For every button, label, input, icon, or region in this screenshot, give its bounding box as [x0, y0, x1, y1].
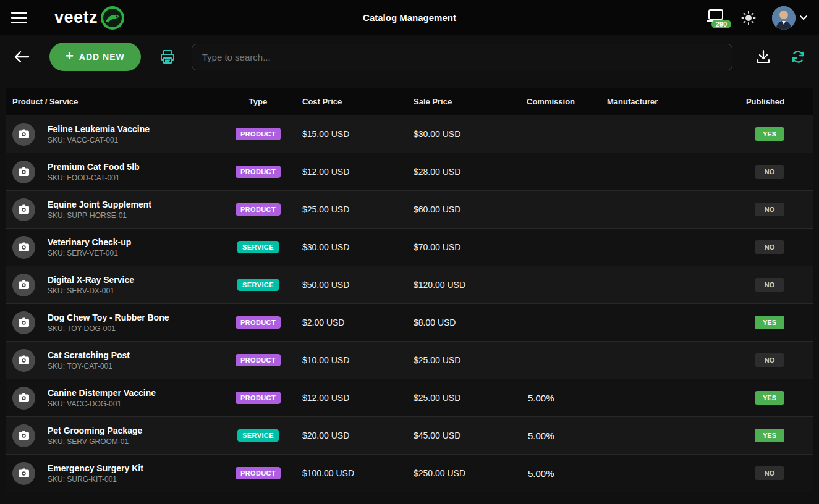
published-badge[interactable]: NO — [755, 466, 784, 480]
print-button[interactable] — [159, 49, 176, 64]
brand-logo[interactable]: veetz — [54, 6, 125, 30]
table-row[interactable]: Equine Joint Supplement SKU: SUPP-HORSE-… — [6, 190, 813, 228]
device-sessions-button[interactable]: 290 — [707, 9, 725, 27]
product-sku: SKU: SUPP-HORSE-01 — [48, 211, 151, 220]
table-row[interactable]: Premium Cat Food 5lb SKU: FOOD-CAT-001 P… — [6, 153, 813, 190]
sale-price: $25.00 USD — [405, 355, 518, 365]
type-badge: PRODUCT — [236, 203, 281, 216]
product-image-placeholder-icon — [12, 311, 35, 334]
published-badge[interactable]: YES — [755, 127, 784, 141]
cost-price: $15.00 USD — [294, 129, 405, 139]
back-button[interactable] — [14, 50, 30, 64]
add-new-button[interactable]: + ADD NEW — [49, 43, 141, 71]
product-name: Digital X-Ray Service — [48, 275, 134, 285]
product-sku: SKU: SERV-DX-001 — [48, 287, 134, 295]
product-image-placeholder-icon — [12, 462, 35, 485]
product-image-placeholder-icon — [12, 161, 35, 183]
product-sku: SKU: SURG-KIT-001 — [48, 475, 143, 484]
search-input[interactable] — [192, 44, 732, 70]
product-sku: SKU: VACC-CAT-001 — [48, 136, 150, 145]
column-header-sale-price: Sale Price — [405, 97, 518, 106]
column-header-published: Published — [740, 97, 813, 106]
sale-price: $8.00 USD — [405, 317, 518, 327]
column-header-commission: Commission — [518, 97, 598, 106]
product-image-placeholder-icon — [12, 387, 35, 410]
published-badge[interactable]: NO — [755, 353, 784, 367]
refresh-button[interactable] — [791, 49, 805, 64]
product-name: Dog Chew Toy - Rubber Bone — [48, 313, 169, 322]
product-name: Feline Leukemia Vaccine — [48, 124, 150, 134]
commission-value: 5.00% — [518, 468, 598, 479]
brand-logo-icon — [100, 6, 125, 30]
sale-price: $30.00 USD — [405, 129, 518, 139]
table-row[interactable]: Emergency Surgery Kit SKU: SURG-KIT-001 … — [6, 454, 813, 492]
table-row[interactable]: Dog Chew Toy - Rubber Bone SKU: TOY-DOG-… — [6, 303, 813, 341]
plus-icon: + — [66, 49, 74, 63]
table-row[interactable]: Pet Grooming Package SKU: SERV-GROOM-01 … — [6, 416, 813, 454]
type-badge: SERVICE — [237, 241, 279, 253]
table-row[interactable]: Veterinary Check-up SKU: SERV-VET-001 SE… — [6, 228, 813, 266]
sale-price: $60.00 USD — [405, 204, 518, 214]
product-sku: SKU: TOY-CAT-001 — [48, 362, 130, 371]
product-sku: SKU: VACC-DOG-001 — [48, 400, 156, 408]
download-button[interactable] — [756, 49, 771, 64]
user-menu[interactable] — [772, 6, 808, 30]
product-image-placeholder-icon — [12, 274, 35, 296]
sale-price: $28.00 USD — [405, 167, 518, 177]
commission-value: 5.00% — [518, 430, 598, 441]
type-badge: PRODUCT — [236, 128, 281, 140]
type-badge: SERVICE — [237, 429, 279, 442]
type-badge: PRODUCT — [236, 166, 281, 178]
column-header-cost-price: Cost Price — [294, 97, 405, 106]
device-count-badge: 290 — [711, 20, 731, 28]
published-badge[interactable]: NO — [755, 278, 784, 292]
table-row[interactable]: Cat Scratching Post SKU: TOY-CAT-001 PRO… — [6, 341, 813, 379]
product-image-placeholder-icon — [12, 123, 35, 146]
product-image-placeholder-icon — [12, 424, 35, 447]
product-image-placeholder-icon — [12, 198, 35, 221]
sale-price: $70.00 USD — [405, 242, 518, 252]
table-row[interactable]: Feline Leukemia Vaccine SKU: VACC-CAT-00… — [6, 115, 813, 153]
topbar: veetz Catalog Management 290 — [0, 0, 819, 35]
add-new-label: ADD NEW — [79, 52, 125, 62]
product-sku: SKU: TOY-DOG-001 — [48, 324, 169, 333]
sale-price: $120.00 USD — [405, 280, 518, 290]
type-badge: SERVICE — [237, 279, 279, 291]
product-sku: SKU: SERV-GROOM-01 — [48, 437, 142, 446]
product-name: Veterinary Check-up — [48, 237, 131, 247]
cost-price: $10.00 USD — [294, 355, 405, 365]
type-badge: PRODUCT — [236, 316, 281, 329]
product-image-placeholder-icon — [12, 349, 35, 372]
table-row[interactable]: Canine Distemper Vaccine SKU: VACC-DOG-0… — [6, 379, 813, 416]
published-badge[interactable]: YES — [755, 391, 784, 405]
product-name: Equine Joint Supplement — [48, 200, 151, 209]
product-name: Pet Grooming Package — [48, 426, 142, 435]
published-badge[interactable]: YES — [755, 429, 784, 442]
brand-name: veetz — [54, 8, 98, 27]
catalog-table: Product / Service Type Cost Price Sale P… — [6, 88, 813, 492]
cost-price: $12.00 USD — [294, 167, 405, 177]
cost-price: $2.00 USD — [294, 317, 405, 327]
cost-price: $50.00 USD — [294, 280, 405, 290]
table-body: Feline Leukemia Vaccine SKU: VACC-CAT-00… — [6, 115, 813, 492]
table-header-row: Product / Service Type Cost Price Sale P… — [6, 88, 813, 115]
product-name: Canine Distemper Vaccine — [48, 388, 156, 398]
published-badge[interactable]: NO — [755, 203, 784, 216]
type-badge: PRODUCT — [236, 354, 281, 366]
column-header-type: Type — [223, 97, 294, 106]
published-badge[interactable]: YES — [755, 316, 784, 329]
cost-price: $20.00 USD — [294, 430, 405, 440]
cost-price: $100.00 USD — [294, 468, 405, 478]
cost-price: $30.00 USD — [294, 242, 405, 252]
sale-price: $250.00 USD — [405, 468, 518, 478]
user-avatar — [772, 6, 796, 30]
product-sku: SKU: FOOD-CAT-001 — [48, 174, 140, 182]
hamburger-menu-icon[interactable] — [11, 12, 27, 23]
table-row[interactable]: Digital X-Ray Service SKU: SERV-DX-001 S… — [6, 266, 813, 303]
published-badge[interactable]: NO — [755, 240, 784, 254]
published-badge[interactable]: NO — [755, 165, 784, 178]
toolbar: + ADD NEW — [0, 35, 819, 78]
product-name: Premium Cat Food 5lb — [48, 162, 140, 172]
brightness-toggle-icon[interactable] — [741, 10, 756, 25]
sale-price: $45.00 USD — [405, 430, 518, 440]
